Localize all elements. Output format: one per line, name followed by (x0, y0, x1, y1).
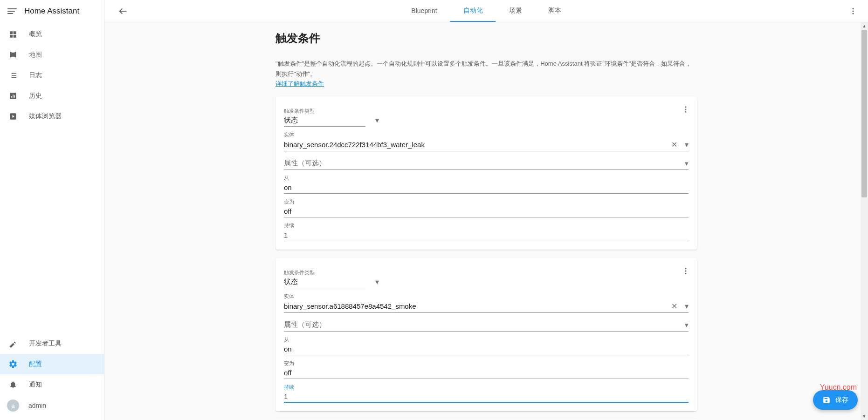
clear-icon[interactable]: ✕ (669, 301, 679, 312)
to-input[interactable] (284, 368, 689, 378)
sidebar-item-label: 媒体浏览器 (29, 112, 62, 121)
svg-rect-1 (14, 31, 16, 34)
svg-point-25 (685, 273, 687, 274)
sidebar-item-label: admin (28, 402, 46, 409)
field-label: 持续 (284, 222, 689, 229)
topbar: Blueprint 自动化 场景 脚本 (104, 0, 868, 22)
list-icon (7, 70, 19, 81)
sidebar-item-devtools[interactable]: 开发者工具 (0, 333, 104, 354)
overflow-menu-button[interactable] (844, 2, 862, 20)
svg-point-23 (685, 268, 687, 269)
svg-point-17 (853, 8, 854, 9)
chevron-down-icon: ▾ (685, 321, 689, 329)
sidebar-item-label: 开发者工具 (29, 339, 62, 348)
section-description: "触发条件"是整个自动化流程的起点。一个自动化规则中可以设置多个触发条件。一旦该… (276, 59, 697, 79)
trigger-card: 触发条件类型 ▾ 实体 ✕ ▾ (276, 258, 697, 411)
sidebar: Home Assistant 概览 地图 日志 历史 媒体浏览器 (0, 0, 104, 420)
map-icon (7, 49, 19, 61)
attribute-select[interactable]: 属性（可选） ▾ (284, 156, 689, 170)
chart-icon (7, 90, 19, 102)
entity-input[interactable] (284, 140, 669, 149)
sidebar-item-label: 配置 (29, 360, 42, 368)
sidebar-item-logbook[interactable]: 日志 (0, 65, 104, 86)
save-icon (822, 396, 831, 404)
for-input[interactable] (284, 392, 689, 401)
sidebar-item-config[interactable]: 配置 (0, 354, 104, 374)
sidebar-item-media[interactable]: 媒体浏览器 (0, 106, 104, 127)
play-box-icon (7, 111, 19, 122)
trigger-type-select[interactable]: ▾ (284, 277, 365, 288)
scrollbar-thumb[interactable] (861, 30, 867, 197)
learn-more-link[interactable]: 详细了解触发条件 (276, 80, 324, 87)
save-label: 保存 (835, 396, 848, 404)
svg-point-24 (685, 271, 687, 272)
svg-rect-13 (14, 95, 15, 98)
svg-rect-3 (14, 35, 16, 38)
field-label: 从 (284, 336, 689, 343)
for-input[interactable] (284, 230, 689, 240)
field-label: 变为 (284, 360, 689, 367)
sidebar-item-map[interactable]: 地图 (0, 45, 104, 65)
card-menu-button[interactable] (677, 101, 694, 118)
svg-rect-2 (10, 35, 13, 38)
from-input[interactable] (284, 344, 689, 354)
to-input[interactable] (284, 206, 689, 216)
trigger-card: 触发条件类型 ▾ 实体 ✕ ▾ (276, 96, 697, 250)
attribute-select[interactable]: 属性（可选） ▾ (284, 318, 689, 332)
field-label: 实体 (284, 131, 689, 138)
chevron-down-icon[interactable]: ▾ (685, 140, 689, 149)
main: Blueprint 自动化 场景 脚本 触发条件 "触发条件"是整个自动化流程的… (104, 0, 868, 420)
trigger-type-value[interactable] (284, 277, 372, 287)
hammer-icon (7, 338, 19, 349)
sidebar-item-history[interactable]: 历史 (0, 86, 104, 106)
sidebar-item-label: 概览 (29, 30, 42, 39)
attribute-placeholder: 属性（可选） (284, 320, 326, 329)
back-button[interactable] (114, 2, 132, 20)
menu-collapse-icon[interactable] (7, 7, 17, 16)
sidebar-item-notify[interactable]: 通知 (0, 374, 104, 395)
tab-script[interactable]: 脚本 (535, 0, 574, 22)
entity-input-row: ✕ ▾ (284, 301, 689, 313)
tab-automation[interactable]: 自动化 (450, 0, 496, 22)
svg-rect-0 (10, 31, 13, 34)
sidebar-item-label: 历史 (29, 92, 42, 100)
svg-point-20 (685, 106, 687, 108)
tabs: Blueprint 自动化 场景 脚本 (398, 0, 574, 22)
chevron-down-icon[interactable]: ▾ (685, 302, 689, 311)
field-label: 持续 (284, 384, 689, 391)
chevron-down-icon: ▾ (375, 116, 379, 125)
svg-rect-12 (13, 95, 14, 98)
bell-icon (7, 379, 19, 390)
svg-rect-11 (11, 96, 12, 98)
save-fab[interactable]: 保存 (813, 390, 858, 410)
scroll-up-arrow[interactable]: ▲ (861, 22, 868, 30)
sidebar-item-user[interactable]: a admin (0, 395, 104, 416)
app-title: Home Assistant (24, 7, 79, 16)
gear-icon (7, 359, 19, 370)
content-scroll[interactable]: 触发条件 "触发条件"是整个自动化流程的起点。一个自动化规则中可以设置多个触发条… (104, 22, 868, 420)
field-label: 触发条件类型 (284, 269, 689, 276)
sidebar-header: Home Assistant (0, 0, 104, 22)
sidebar-item-overview[interactable]: 概览 (0, 24, 104, 45)
chevron-down-icon: ▾ (375, 278, 379, 286)
scrollbar[interactable]: ▲ ▼ (861, 22, 868, 420)
section-title: 触发条件 (276, 31, 697, 46)
svg-point-21 (685, 109, 687, 110)
clear-icon[interactable]: ✕ (669, 139, 679, 150)
svg-point-22 (685, 111, 687, 113)
entity-input[interactable] (284, 301, 669, 311)
sidebar-item-label: 地图 (29, 51, 42, 59)
tab-blueprint[interactable]: Blueprint (398, 0, 450, 22)
field-label: 变为 (284, 198, 689, 205)
sidebar-item-label: 通知 (29, 380, 42, 389)
svg-point-18 (853, 10, 854, 12)
tab-scene[interactable]: 场景 (496, 0, 535, 22)
sidebar-nav: 概览 地图 日志 历史 媒体浏览器 (0, 22, 104, 333)
entity-input-row: ✕ ▾ (284, 139, 689, 151)
scroll-down-arrow[interactable]: ▼ (861, 413, 868, 420)
from-input[interactable] (284, 183, 689, 192)
field-label: 实体 (284, 293, 689, 300)
card-menu-button[interactable] (677, 263, 694, 279)
trigger-type-select[interactable]: ▾ (284, 115, 365, 127)
trigger-type-value[interactable] (284, 115, 372, 125)
